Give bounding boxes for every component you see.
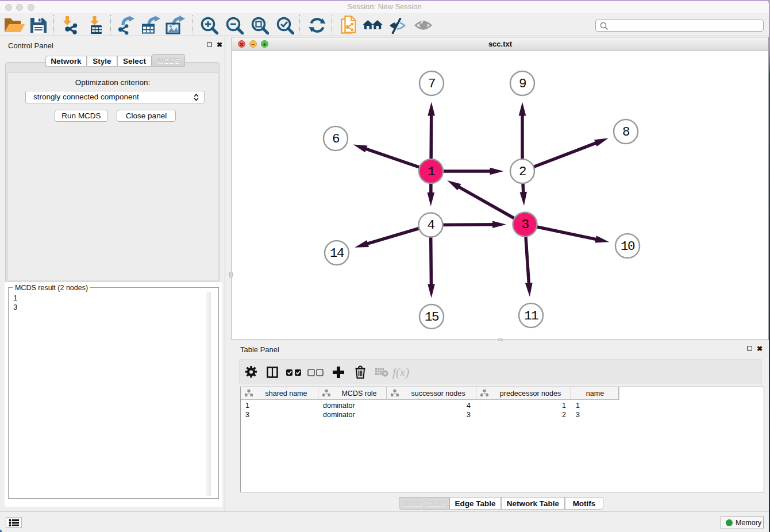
svg-text:8: 8 bbox=[622, 125, 630, 140]
svg-text:14: 14 bbox=[330, 246, 344, 261]
svg-text:1: 1 bbox=[428, 164, 435, 179]
svg-text:3: 3 bbox=[521, 217, 529, 232]
svg-text:7: 7 bbox=[428, 76, 435, 91]
svg-text:2: 2 bbox=[519, 164, 526, 179]
svg-text:4: 4 bbox=[427, 218, 434, 233]
svg-text:10: 10 bbox=[621, 239, 635, 254]
svg-text:15: 15 bbox=[425, 310, 439, 325]
svg-text:11: 11 bbox=[524, 309, 538, 323]
svg-text:9: 9 bbox=[519, 76, 526, 91]
svg-text:6: 6 bbox=[332, 132, 340, 147]
